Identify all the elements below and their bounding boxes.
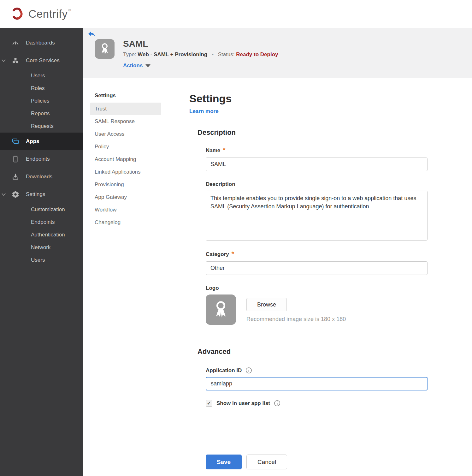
check-icon: ✓ [207, 401, 211, 406]
award-icon [98, 41, 112, 57]
subnav-item-linked-applications[interactable]: Linked Applications [90, 166, 161, 178]
subnav-item-workflow[interactable]: Workflow [90, 204, 161, 216]
type-value: Web - SAML + Provisioning [138, 51, 207, 57]
download-icon [11, 173, 20, 181]
app-title: SAML [123, 39, 278, 49]
type-label: Type: [123, 51, 136, 57]
content: SAML Type: Web - SAML + Provisioning • S… [83, 28, 472, 476]
subnav-item-user-access[interactable]: User Access [90, 128, 161, 140]
subnav-item-changelog[interactable]: Changelog [90, 216, 161, 229]
sidebar-item-users[interactable]: Users [0, 69, 83, 82]
recommended-size-hint: Recommended image size is 180 x 180 [246, 316, 346, 323]
form-footer: Save Cancel [206, 455, 428, 469]
chevron-down-icon [145, 64, 150, 67]
app-type-status-line: Type: Web - SAML + Provisioning • Status… [123, 51, 278, 58]
mobile-icon [11, 155, 20, 163]
name-field[interactable] [206, 158, 428, 171]
chevron-down-icon [2, 192, 6, 197]
application-id-field[interactable] [206, 377, 428, 390]
page: Centrify ® Dashboards [0, 0, 472, 476]
subnav-item-saml-response[interactable]: SAML Response [90, 115, 161, 128]
sidebar-item-requests[interactable]: Requests [0, 120, 83, 133]
description-section-heading: Description [198, 128, 428, 137]
required-asterisk: * [223, 146, 225, 154]
show-in-user-app-list-label: Show in user app list [216, 400, 270, 407]
sidebar-item-reports[interactable]: Reports [0, 107, 83, 120]
description-label: Description [206, 181, 235, 187]
sidebar-item-authentication[interactable]: Authentication [0, 229, 83, 241]
page-title: Settings [189, 92, 428, 104]
sidebar-item-settings[interactable]: Settings [0, 186, 83, 203]
learn-more-link[interactable]: Learn more [189, 108, 219, 115]
sidebar-item-network[interactable]: Network [0, 241, 83, 254]
advanced-section-heading: Advanced [198, 348, 428, 356]
chevron-down-icon [2, 58, 6, 63]
subnav-item-account-mapping[interactable]: Account Mapping [90, 153, 161, 166]
sidebar-item-settings-users[interactable]: Users [0, 254, 83, 266]
subnav-item-app-gateway[interactable]: App Gateway [90, 191, 161, 204]
separator-dot: • [212, 51, 214, 57]
sidebar-item-apps[interactable]: Apps [0, 133, 83, 150]
logo-label: Logo [206, 285, 219, 291]
status-badge: Ready to Deploy [236, 51, 278, 57]
core-services-icon [11, 57, 20, 65]
sidebar-item-dashboards[interactable]: Dashboards [0, 34, 83, 52]
subnav-item-provisioning[interactable]: Provisioning [90, 178, 161, 191]
category-label: Category [206, 251, 229, 258]
sidebar-item-customization[interactable]: Customization [0, 203, 83, 216]
info-icon[interactable] [245, 367, 252, 374]
app-logo [95, 39, 115, 59]
category-field[interactable] [206, 261, 428, 275]
sidebar-item-downloads[interactable]: Downloads [0, 168, 83, 186]
show-in-user-app-list-checkbox[interactable]: ✓ [206, 400, 212, 407]
show-in-user-app-list-row[interactable]: ✓ Show in user app list [206, 400, 428, 407]
subnav-item-policy[interactable]: Policy [90, 140, 161, 153]
brand-name: Centrify [28, 8, 68, 20]
status-label: Status: [218, 51, 235, 57]
subnav-item-trust[interactable]: Trust [90, 103, 161, 115]
back-button[interactable] [88, 31, 95, 38]
apps-icon [11, 137, 20, 146]
browse-button[interactable]: Browse [246, 298, 287, 311]
registered-mark: ® [68, 8, 71, 12]
brand-logo[interactable]: Centrify ® [9, 5, 71, 23]
application-id-label: Application ID [206, 367, 242, 374]
name-label: Name [206, 147, 220, 154]
sidebar-item-roles[interactable]: Roles [0, 82, 83, 95]
award-icon [210, 298, 232, 321]
settings-form: Settings Learn more Description Name * D… [189, 78, 428, 469]
sidebar-item-settings-endpoints[interactable]: Endpoints [0, 216, 83, 229]
save-button[interactable]: Save [206, 455, 242, 469]
vertical-divider [174, 95, 174, 446]
actions-menu[interactable]: Actions [123, 62, 150, 69]
info-icon[interactable] [274, 400, 280, 407]
sidebar-item-core-services[interactable]: Core Services [0, 52, 83, 69]
cancel-button[interactable]: Cancel [246, 455, 287, 469]
centrify-logo-icon [9, 5, 25, 23]
gear-icon [11, 190, 20, 199]
topbar: Centrify ® [0, 0, 472, 28]
required-asterisk: * [232, 250, 234, 258]
sidebar-item-policies[interactable]: Policies [0, 95, 83, 107]
logo-preview [206, 295, 236, 325]
gauge-icon [11, 39, 20, 47]
app-header: SAML Type: Web - SAML + Provisioning • S… [83, 28, 472, 78]
back-arrow-icon [88, 33, 95, 38]
subnav-header: Settings [90, 92, 161, 99]
sidebar-item-endpoints[interactable]: Endpoints [0, 150, 83, 168]
description-field[interactable]: This template enables you to provide sin… [206, 191, 428, 241]
settings-subnav: Settings Trust SAML Response User Access… [90, 78, 161, 469]
sidebar: Dashboards Core Services [0, 28, 83, 476]
